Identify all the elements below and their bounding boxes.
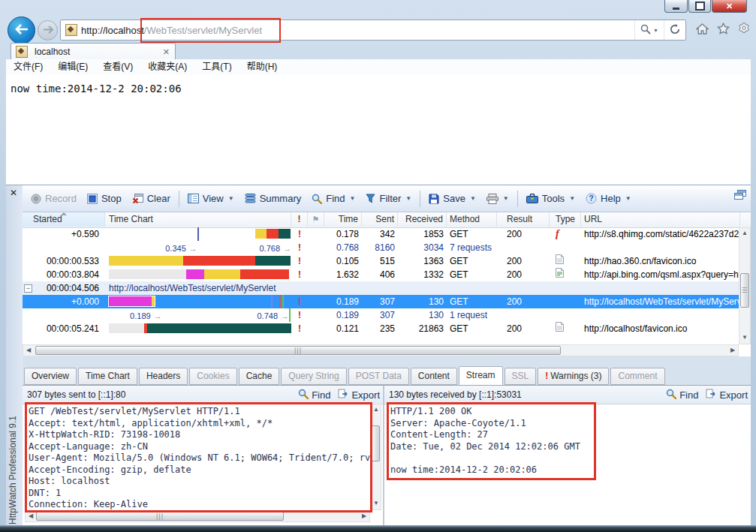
toolbar-help-button[interactable]: ?Help▼ xyxy=(580,191,637,206)
home-button[interactable] xyxy=(696,23,709,37)
httpwatch-close-button[interactable]: ✕ xyxy=(10,188,17,197)
time-chart-bar xyxy=(255,229,291,239)
toolbar-clear-button[interactable]: Clear xyxy=(127,191,176,206)
menu-item-1[interactable]: 编辑(E) xyxy=(50,59,95,75)
scroll-up-icon[interactable]: ▲ xyxy=(371,404,381,415)
maximize-button[interactable] xyxy=(688,0,711,13)
tab-comment: Comment xyxy=(610,368,664,385)
toolbar-find-label: Find xyxy=(326,193,345,204)
menu-item-3[interactable]: 收藏夹(A) xyxy=(140,59,194,75)
stream-horizontal-scrollbar[interactable]: ◀ ||| ▶ xyxy=(25,510,370,522)
menu-item-4[interactable]: 工具(T) xyxy=(194,59,239,75)
toolbar-filter-button[interactable]: Filter▼ xyxy=(360,191,417,206)
column-header-type[interactable]: Type xyxy=(550,212,581,227)
column-header-chart[interactable]: Time Chart xyxy=(105,212,291,227)
toolbar-stop-button[interactable]: Stop xyxy=(82,191,127,206)
scroll-left-icon[interactable]: ◀ xyxy=(23,345,34,356)
toolbar-help-label: Help xyxy=(601,193,621,204)
scroll-down-icon[interactable]: ▼ xyxy=(371,497,381,509)
tab-stream-label: Stream xyxy=(466,370,495,380)
tab-content[interactable]: Content xyxy=(411,368,457,385)
column-header-flag[interactable]: ⚑ xyxy=(308,212,324,227)
menu-item-5[interactable]: 帮助(H) xyxy=(239,59,285,75)
toolbar-tools-button[interactable]: Tools▼ xyxy=(521,191,580,206)
column-header-method[interactable]: Method xyxy=(447,212,497,227)
menu-item-2[interactable]: 查看(V) xyxy=(95,59,140,75)
scroll-up-icon[interactable]: ▲ xyxy=(739,228,750,239)
forward-button[interactable] xyxy=(38,20,58,41)
cell-chart: 0.189→0.748→ xyxy=(105,308,291,322)
toolbar-record-button: Record xyxy=(26,191,82,206)
column-header-started[interactable]: Started xyxy=(23,212,105,227)
tab-close-icon[interactable]: ✕ xyxy=(163,47,170,57)
scroll-right-icon[interactable]: ▶ xyxy=(359,511,369,521)
cell-sent: 235 xyxy=(362,322,398,335)
favorites-star-button[interactable] xyxy=(717,23,730,37)
scroll-down-icon[interactable]: ▼ xyxy=(739,332,750,344)
tab-time-chart[interactable]: Time Chart xyxy=(78,368,137,385)
column-header-time[interactable]: Time xyxy=(324,212,362,227)
scroll-right-icon[interactable]: ▶ xyxy=(727,345,738,356)
tab-cookies-label: Cookies xyxy=(197,371,229,381)
grid-hscroll-thumb[interactable]: ||| xyxy=(35,346,561,355)
address-bar[interactable]: http://localhost/WebTest/servlet/MyServl… xyxy=(60,20,686,41)
summary-icon xyxy=(245,194,256,203)
summary-row-6[interactable]: 0.189→0.748→!0.1893071301 request xyxy=(23,308,739,322)
httpwatch-side-strip: ✕ HttpWatch Professional 9.1 xyxy=(6,185,23,527)
request-row-5[interactable]: +0.000!0.189307130GET200http://localhost… xyxy=(23,295,739,308)
cell-sent: 406 xyxy=(362,268,398,281)
cell-method: GET xyxy=(447,322,497,335)
find-button[interactable]: Find xyxy=(666,389,698,401)
group-row-4[interactable]: −00:00:04.506http://localhost/WebTest/se… xyxy=(23,281,739,295)
toolbar-summary-button[interactable]: Summary xyxy=(239,191,307,206)
request-row-0[interactable]: +0.590!0.1783421853GET200fhttp://s8.qhim… xyxy=(23,227,739,241)
browser-tab[interactable]: localhost ✕ xyxy=(11,43,176,60)
column-header-result[interactable]: Result xyxy=(497,212,550,227)
cell-flag xyxy=(308,268,324,281)
page-event-line xyxy=(279,295,281,308)
grid-header-row: StartedTime Chart!⚑TimeSentReceivedMetho… xyxy=(23,212,751,228)
request-row-2[interactable]: 00:00:00.533!0.1055151363GET200http://ha… xyxy=(23,254,739,268)
settings-gear-button[interactable] xyxy=(738,23,750,37)
tab-stream[interactable]: Stream xyxy=(459,366,503,385)
column-header-sent[interactable]: Sent xyxy=(362,212,398,227)
tab-headers[interactable]: Headers xyxy=(139,368,188,385)
cell-started: 00:00:05.241 xyxy=(23,322,105,335)
cell-result: 200 xyxy=(497,322,550,335)
request-row-3[interactable]: 00:00:03.804!1.6324061332GET200http://ap… xyxy=(23,268,739,281)
stream-hscroll-thumb[interactable]: ||| xyxy=(36,512,284,521)
panel-layout-icon[interactable] xyxy=(734,190,746,203)
column-header-url[interactable]: URL xyxy=(581,212,740,227)
stream-vscroll-thumb[interactable] xyxy=(372,425,380,461)
toolbar-view-button[interactable]: View▼ xyxy=(182,191,239,206)
filter-icon xyxy=(366,194,375,203)
request-row-7[interactable]: 00:00:05.241!0.12123521863GET200http://l… xyxy=(23,322,739,335)
tab-warnings-3[interactable]: !Warnings (3) xyxy=(538,368,609,385)
menu-item-0[interactable]: 文件(F) xyxy=(6,59,50,75)
toolbar-print-button[interactable]: ▼ xyxy=(481,191,514,206)
column-header-received[interactable]: Received xyxy=(398,212,447,227)
tab-cache[interactable]: Cache xyxy=(239,368,280,385)
summary-row-1[interactable]: 0.345→0.768→!0.768816030347 requests xyxy=(23,241,739,254)
toolbar-save-button[interactable]: Save▼ xyxy=(423,191,481,206)
page-event-line xyxy=(289,308,291,322)
stream-vertical-scrollbar[interactable]: ▲ ▼ xyxy=(370,404,381,510)
column-header-excl[interactable]: ! xyxy=(291,212,308,227)
refresh-button[interactable] xyxy=(664,20,685,40)
export-button[interactable]: Export xyxy=(338,389,380,401)
grid-vertical-scrollbar[interactable]: ▲ ☰ ▼ xyxy=(739,227,751,344)
tab-overview[interactable]: Overview xyxy=(24,368,77,385)
export-button[interactable]: Export xyxy=(706,389,748,401)
tab-ssl: SSL xyxy=(505,368,537,385)
request-line-2: X-HttpWatch-RID: 73198-10018 xyxy=(23,429,383,441)
grid-vscroll-thumb[interactable]: ☰ xyxy=(740,273,749,308)
grid-horizontal-scrollbar[interactable]: ◀ ||| ▶ xyxy=(23,344,739,356)
close-button[interactable]: ✕ xyxy=(712,0,747,13)
cell-result: 200 xyxy=(497,227,550,241)
minimize-button[interactable] xyxy=(664,0,688,13)
scroll-left-icon[interactable]: ◀ xyxy=(26,511,36,521)
back-button[interactable] xyxy=(8,17,35,44)
address-search-button[interactable]: ▼ xyxy=(634,20,664,40)
find-button[interactable]: Find xyxy=(298,389,330,401)
toolbar-find-button[interactable]: Find▼ xyxy=(306,191,360,206)
